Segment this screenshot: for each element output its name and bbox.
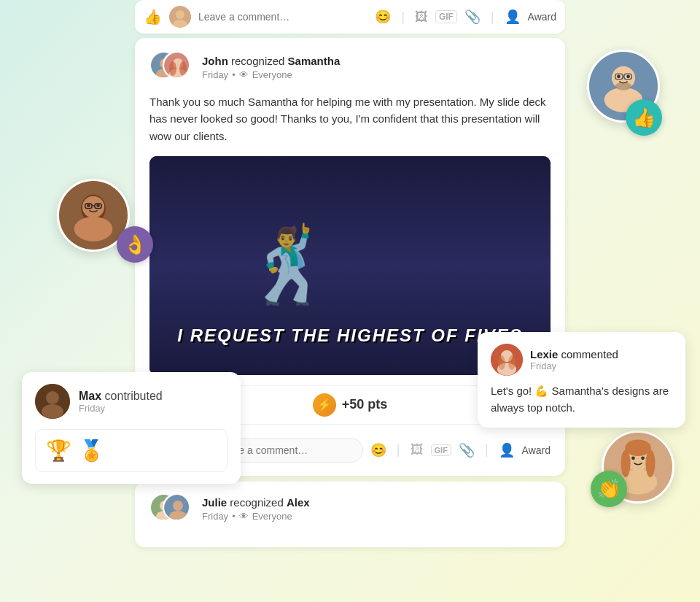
pts-badge: ⚡ bbox=[313, 393, 336, 417]
svg-point-36 bbox=[179, 61, 187, 76]
lexie-header: Lexie commented Friday bbox=[491, 344, 672, 376]
gif-person: 🕺 bbox=[244, 223, 335, 309]
svg-point-17 bbox=[615, 82, 632, 90]
emoji-icon-top[interactable]: 😊 bbox=[375, 9, 391, 25]
max-avatar bbox=[35, 384, 70, 419]
award-btn-top[interactable]: Award bbox=[528, 11, 556, 23]
gif-btn-top[interactable]: GIF bbox=[435, 10, 457, 23]
max-reactions: 🏆 🏅 bbox=[35, 429, 228, 472]
second-post-target: Alex bbox=[287, 496, 310, 509]
second-post-header: Julie recognized Alex Friday • 👁 Everyon… bbox=[149, 493, 551, 525]
award-btn-bottom[interactable]: Award bbox=[522, 444, 551, 456]
post-names: John recognized Samantha bbox=[202, 55, 551, 67]
svg-point-3 bbox=[74, 217, 113, 242]
post-body: Thank you so much Samantha for helping m… bbox=[149, 93, 551, 144]
svg-point-35 bbox=[169, 61, 176, 76]
lexie-date: Friday bbox=[530, 360, 618, 371]
svg-point-4 bbox=[87, 204, 90, 207]
lexie-meta: Lexie commented Friday bbox=[530, 348, 618, 371]
max-name: Max contributed bbox=[79, 390, 163, 403]
emoji-icon-bottom[interactable]: 😊 bbox=[370, 442, 386, 458]
max-reaction-2: 🏅 bbox=[79, 439, 104, 463]
second-post-author: Julie bbox=[202, 496, 227, 509]
pts-text: +50 pts bbox=[342, 397, 388, 412]
clap-badge: 👏 bbox=[591, 471, 627, 507]
clip-icon-top[interactable]: 📎 bbox=[464, 9, 481, 25]
like-icon[interactable]: 👍 bbox=[144, 8, 162, 26]
user-avatar-top bbox=[169, 6, 191, 28]
max-info: Max contributed Friday bbox=[79, 390, 163, 414]
audience-icon: 👁 bbox=[239, 69, 249, 80]
svg-point-21 bbox=[631, 456, 635, 460]
max-date: Friday bbox=[79, 403, 163, 414]
post-meta: John recognized Samantha Friday • 👁 Ever… bbox=[202, 55, 551, 80]
svg-point-53 bbox=[508, 355, 516, 370]
second-post-audience: Everyone bbox=[252, 511, 292, 522]
second-post-card: Julie recognized Alex Friday • 👁 Everyon… bbox=[135, 482, 565, 547]
comment-input-top[interactable] bbox=[198, 11, 368, 23]
person-icon-bottom: 👤 bbox=[499, 442, 515, 458]
ok-badge: 👌 bbox=[117, 226, 153, 263]
svg-point-48 bbox=[42, 404, 63, 419]
lexie-avatar bbox=[491, 344, 523, 376]
svg-point-12 bbox=[617, 74, 621, 78]
max-contributed-card: Max contributed Friday 🏆 🏅 bbox=[22, 372, 241, 484]
max-card-header: Max contributed Friday bbox=[35, 384, 228, 419]
post-recognized-label: recognized bbox=[231, 55, 284, 67]
lexie-body: Let's go! 💪 Samantha's designs are alway… bbox=[491, 383, 672, 416]
photo-icon-top[interactable]: 🖼 bbox=[415, 9, 428, 25]
target-avatar bbox=[163, 51, 190, 79]
clip-icon-bottom[interactable]: 📎 bbox=[459, 442, 475, 458]
second-post-names: Julie recognized Alex bbox=[202, 496, 551, 509]
post-target: Samantha bbox=[288, 55, 341, 67]
avatar-stack bbox=[149, 51, 193, 83]
svg-point-5 bbox=[96, 204, 100, 207]
second-target-avatar bbox=[163, 493, 190, 521]
lexie-name: Lexie commented bbox=[530, 348, 618, 360]
lexie-comment-card: Lexie commented Friday Let's go! 💪 Saman… bbox=[478, 332, 685, 428]
second-recognized-label: recognized bbox=[230, 496, 283, 509]
post-author: John bbox=[202, 55, 228, 67]
max-reaction-1: 🏆 bbox=[46, 439, 71, 463]
post-time: Friday bbox=[202, 69, 228, 80]
svg-point-13 bbox=[626, 74, 630, 78]
second-audience-icon: 👁 bbox=[239, 511, 249, 522]
svg-point-44 bbox=[173, 501, 183, 511]
second-post-sub: Friday • 👁 Everyone bbox=[202, 511, 551, 522]
post-header: John recognized Samantha Friday • 👁 Ever… bbox=[149, 51, 551, 83]
svg-point-24 bbox=[621, 450, 631, 478]
post-audience: Everyone bbox=[252, 69, 292, 80]
second-post-time: Friday bbox=[202, 511, 228, 522]
second-post-meta: Julie recognized Alex Friday • 👁 Everyon… bbox=[202, 496, 551, 522]
post-sub: Friday • 👁 Everyone bbox=[202, 69, 551, 80]
svg-point-47 bbox=[46, 391, 59, 404]
svg-point-25 bbox=[645, 450, 655, 478]
svg-point-52 bbox=[498, 355, 505, 370]
photo-icon-bottom[interactable]: 🖼 bbox=[411, 442, 424, 458]
second-avatar-stack bbox=[149, 493, 193, 525]
top-comment-bar: 👍 😊 | 🖼 GIF 📎 | 👤 Award bbox=[135, 0, 565, 34]
person-icon-top: 👤 bbox=[505, 9, 521, 25]
svg-point-22 bbox=[641, 456, 645, 460]
gif-btn-bottom[interactable]: GIF bbox=[431, 444, 451, 456]
thumbs-up-badge: 👍 bbox=[626, 99, 662, 136]
svg-point-27 bbox=[176, 10, 184, 19]
